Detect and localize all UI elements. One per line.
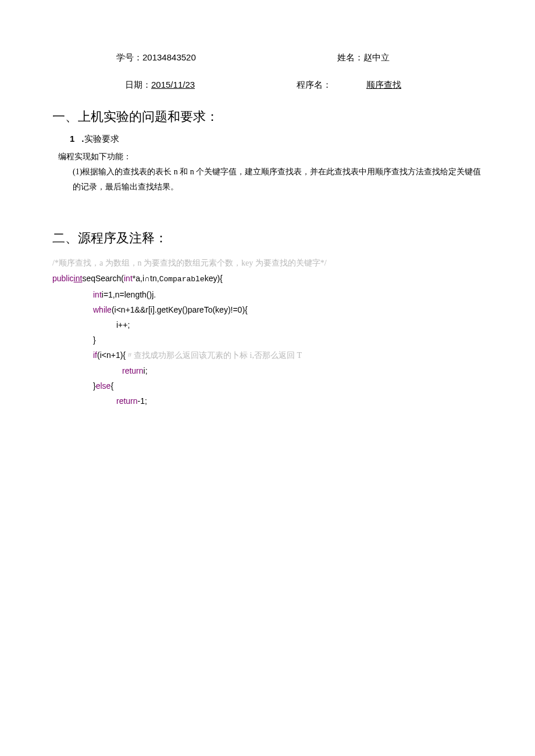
name-field: 姓名：赵中立 <box>337 52 390 63</box>
code-comment: /*顺序查找，a 为数组，n 为要查找的数组元素个数，key 为要查找的关键字*… <box>52 259 327 267</box>
section-1-title: 一、上机实验的问题和要求： <box>52 108 483 126</box>
code-text: -1; <box>138 396 147 406</box>
code-line-int-decl: inti=1,n=length()j. <box>52 287 483 302</box>
code-text: i=1,n=length()j. <box>102 290 156 299</box>
section-1-line-2: (1)根据输入的查找表的表长 n 和 n 个关键字值，建立顺序查找表，并在此查找… <box>73 164 483 195</box>
student-id-label: 学号： <box>116 53 142 62</box>
program-value: 顺序查找 <box>366 80 401 89</box>
code-inline-comment: 〃查找成功那么返回该兀素的卜标 i,否那么返回 T <box>126 351 302 360</box>
header-row-1: 学号：20134843520 姓名：赵中立 <box>52 52 483 63</box>
code-comment-line: /*顺序查找，a 为数组，n 为要查找的数组元素个数，key 为要查找的关键字*… <box>52 255 483 271</box>
code-line-if: if(i<n+1){〃查找成功那么返回该兀素的卜标 i,否那么返回 T <box>52 347 483 363</box>
code-line-declaration: publicintseqSearch(int*a,i∩tn,Comparable… <box>52 271 483 287</box>
kw-else: else <box>96 381 111 390</box>
kw-int: int <box>93 290 102 299</box>
code-line-return-neg1: return-1; <box>52 393 483 409</box>
spacer <box>52 195 483 218</box>
type-comparable: Comparable <box>159 275 205 284</box>
date-field: 日期：2015/11/23 <box>125 80 195 91</box>
code-text: { <box>110 381 113 390</box>
section-1-line-1: 编程实现如下功能： <box>58 149 483 164</box>
kw-return: return <box>116 396 138 406</box>
section-1-subheading: 1 .实验要求 <box>70 134 483 145</box>
program-field: 程序名：顺序查找 <box>297 80 401 91</box>
student-id-value: 20134843520 <box>142 52 196 62</box>
name-label: 姓名： <box>337 53 363 62</box>
kw-int2: int <box>124 274 133 283</box>
header-row-2: 日期：2015/11/23 程序名：顺序查找 <box>52 80 483 91</box>
code-line-else: }else{ <box>52 378 483 393</box>
code-block: /*顺序查找，a 为数组，n 为要查找的数组元素个数，key 为要查找的关键字*… <box>52 255 483 409</box>
code-text: key){ <box>205 274 223 283</box>
date-label: 日期： <box>125 80 151 89</box>
kw-if: if <box>93 350 97 360</box>
code-text: seqSearch( <box>82 274 124 283</box>
subheading-number: 1 <box>70 134 74 144</box>
code-line-increment: i++; <box>52 317 483 332</box>
kw-while: while <box>93 305 112 314</box>
code-text: *a,i∩tn, <box>133 274 159 283</box>
kw-return: return <box>122 366 144 375</box>
student-id-field: 学号：20134843520 <box>116 52 196 63</box>
code-line-return-i: returni; <box>52 363 483 378</box>
code-text: i++; <box>116 320 130 329</box>
subheading-text: 实验要求 <box>84 134 119 144</box>
document-page: 学号：20134843520 姓名：赵中立 日期：2015/11/23 程序名：… <box>0 0 535 409</box>
code-text: (i<n+1&&r[i].getKey()pareTo(key)!=0){ <box>112 305 248 314</box>
code-line-while: while(i<n+1&&r[i].getKey()pareTo(key)!=0… <box>52 302 483 317</box>
code-line-close-brace: } <box>52 332 483 347</box>
program-label: 程序名： <box>297 80 331 89</box>
code-text: (i<n+1){ <box>97 350 126 360</box>
kw-public: public <box>52 274 74 283</box>
code-text: } <box>93 335 96 345</box>
name-value: 赵中立 <box>363 53 390 62</box>
code-text: i; <box>144 366 148 375</box>
date-value: 2015/11/23 <box>151 80 195 89</box>
kw-int: int <box>74 274 83 283</box>
section-2-title: 二、源程序及注释： <box>52 230 483 247</box>
